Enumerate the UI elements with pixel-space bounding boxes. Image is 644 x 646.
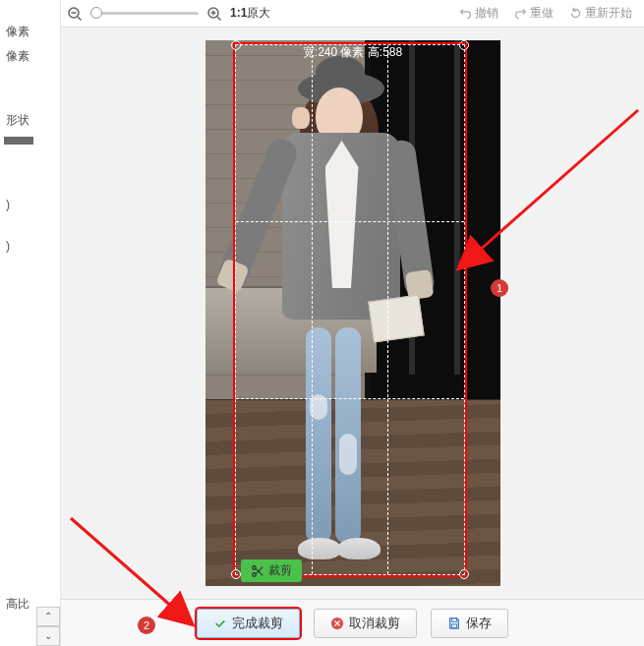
crop-marquee[interactable] <box>235 44 465 575</box>
crop-grid-line <box>387 45 388 574</box>
save-label: 保存 <box>466 615 492 632</box>
save-button[interactable]: 保存 <box>431 609 508 638</box>
crop-tool-badge[interactable]: 裁剪 <box>241 559 302 582</box>
svg-rect-13 <box>451 623 456 627</box>
crop-handle-br[interactable] <box>459 569 469 579</box>
shape-swatch[interactable] <box>4 137 33 145</box>
chevron-down-icon[interactable]: ⌄ <box>36 626 60 646</box>
annotation-badge-1: 1 <box>491 279 508 297</box>
paren-label: ) <box>0 194 60 215</box>
check-icon <box>213 617 227 630</box>
side-panel: 像素 像素 形状 ) ) 高比 ⌃ ⌄ <box>0 0 61 646</box>
cancel-crop-label: 取消裁剪 <box>349 615 400 632</box>
save-icon <box>447 617 461 630</box>
svg-point-8 <box>252 572 256 576</box>
redo-button[interactable]: 重做 <box>508 3 559 24</box>
spinner[interactable]: ⌃ ⌄ <box>36 607 60 646</box>
svg-line-6 <box>217 17 221 21</box>
undo-button[interactable]: 撤销 <box>453 3 504 24</box>
shape-label: 形状 <box>0 108 60 133</box>
svg-point-7 <box>252 565 256 569</box>
crop-handle-bl[interactable] <box>231 569 241 579</box>
crop-grid-line <box>236 221 464 222</box>
crop-handle-tl[interactable] <box>231 40 241 50</box>
finish-crop-button[interactable]: 完成裁剪 <box>197 609 300 638</box>
crop-grid-line <box>312 45 313 574</box>
zoom-slider-handle[interactable] <box>90 7 102 19</box>
redo-label: 重做 <box>530 5 554 22</box>
cancel-crop-button[interactable]: 取消裁剪 <box>314 609 417 638</box>
unit-label: 像素 <box>0 44 60 69</box>
paren-label: ) <box>0 235 60 257</box>
top-toolbar: 1:1原大 撤销 重做 重新开始 <box>61 0 644 28</box>
crop-handle-tr[interactable] <box>459 40 469 50</box>
svg-line-2 <box>78 17 82 21</box>
image-canvas[interactable]: 宽:240 像素 高:588 裁剪 <box>61 28 644 599</box>
editor-area: 1:1原大 撤销 重做 重新开始 <box>61 0 644 646</box>
image[interactable]: 宽:240 像素 高:588 裁剪 <box>205 40 500 586</box>
restart-label: 重新开始 <box>585 5 632 22</box>
zoom-ratio[interactable]: 1:1原大 <box>230 5 270 22</box>
unit-label: 像素 <box>0 20 60 44</box>
finish-crop-label: 完成裁剪 <box>232 615 283 632</box>
zoom-in-icon[interactable] <box>206 6 222 22</box>
close-icon <box>330 617 344 630</box>
undo-label: 撤销 <box>475 5 498 22</box>
chevron-up-icon[interactable]: ⌃ <box>36 607 60 626</box>
crop-grid-line <box>236 398 464 399</box>
zoom-original-label: 原大 <box>247 6 270 20</box>
crop-tool-label: 裁剪 <box>268 562 292 579</box>
restart-button[interactable]: 重新开始 <box>563 3 638 24</box>
annotation-badge-2: 2 <box>138 617 155 634</box>
zoom-out-icon[interactable] <box>67 6 83 22</box>
zoom-slider[interactable] <box>90 12 199 15</box>
scissors-icon <box>251 564 264 578</box>
zoom-ratio-value: 1:1 <box>230 6 247 20</box>
